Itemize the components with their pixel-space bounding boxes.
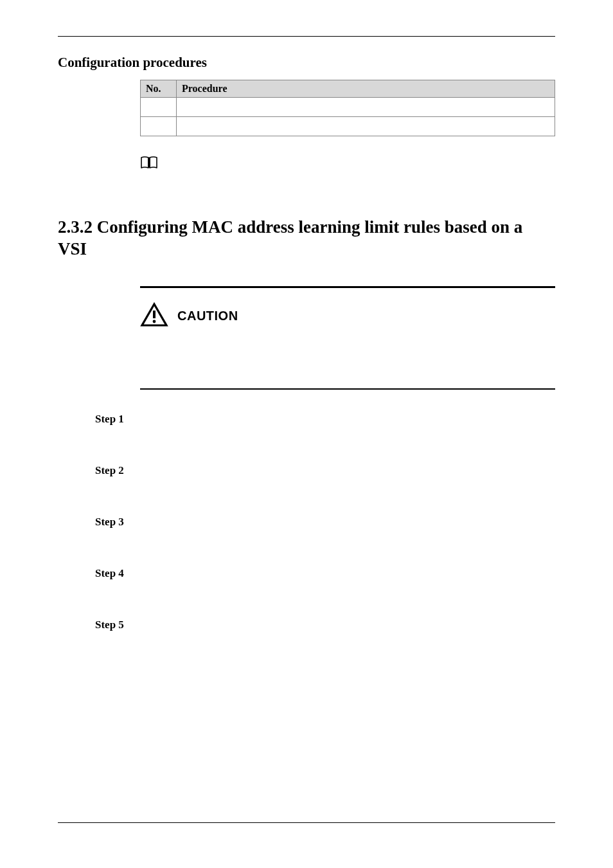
header-rule	[58, 36, 555, 37]
warning-triangle-icon	[140, 302, 168, 330]
th-no: No.	[141, 80, 177, 98]
td-procedure	[177, 98, 555, 117]
step-label: Step 2	[95, 464, 132, 477]
step-label: Step 1	[95, 413, 132, 426]
caution-body	[140, 337, 555, 382]
step-item: Step 4	[95, 567, 555, 580]
th-procedure: Procedure	[177, 80, 555, 98]
step-label: Step 5	[95, 619, 132, 631]
book-icon	[140, 156, 158, 172]
td-procedure	[177, 117, 555, 136]
step-body	[144, 567, 555, 580]
section-heading: Configuration procedures	[58, 55, 555, 71]
step-body	[144, 413, 555, 426]
steps-list: Step 1 Step 2 Step 3 Step 4 Step 5	[95, 413, 555, 631]
caution-block: CAUTION	[140, 286, 555, 390]
step-label: Step 4	[95, 567, 132, 580]
page: Configuration procedures No. Procedure	[0, 0, 613, 696]
caution-top-rule	[140, 286, 555, 288]
step-item: Step 2	[95, 464, 555, 477]
step-body	[144, 619, 555, 631]
footer-rule	[58, 822, 555, 823]
step-label: Step 3	[95, 516, 132, 529]
table-row	[141, 98, 555, 117]
td-no	[141, 98, 177, 117]
step-item: Step 5	[95, 619, 555, 631]
step-body	[144, 464, 555, 477]
td-no	[141, 117, 177, 136]
svg-point-1	[153, 320, 156, 323]
step-body	[144, 516, 555, 529]
procedure-table: No. Procedure	[140, 80, 555, 136]
table-header-row: No. Procedure	[141, 80, 555, 98]
subsection-heading: 2.3.2 Configuring MAC address learning l…	[58, 217, 555, 260]
table-row	[141, 117, 555, 136]
svg-rect-0	[153, 311, 155, 318]
step-item: Step 1	[95, 413, 555, 426]
note-block	[140, 156, 555, 172]
step-item: Step 3	[95, 516, 555, 529]
caution-label: CAUTION	[177, 309, 238, 323]
caution-bottom-rule	[140, 388, 555, 390]
caution-header: CAUTION	[140, 302, 555, 330]
